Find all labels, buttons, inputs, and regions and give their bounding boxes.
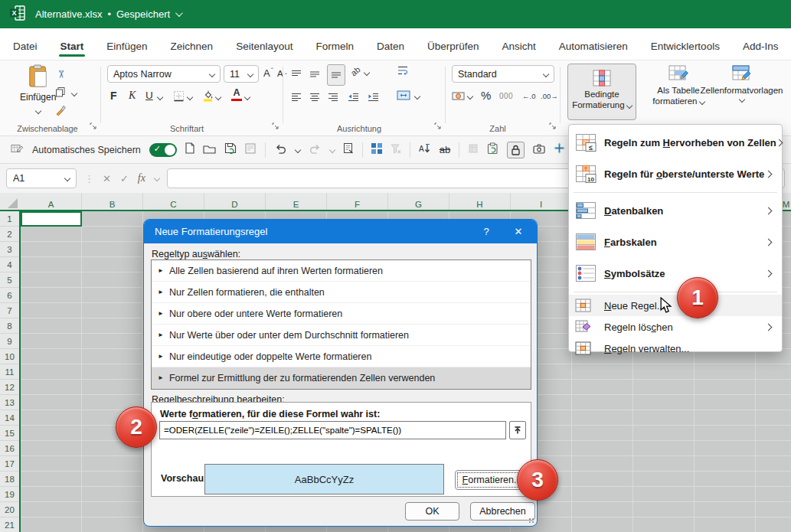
menu-item-farbskalen[interactable]: Farbskalen [569,227,782,258]
menu-item-neue-regel[interactable]: Neue Regel... [569,295,782,316]
menu-item-regeln-für-oberste-unterste-werte[interactable]: 10Regeln für oberste/unterste Werte [569,158,782,190]
enter-entry-icon[interactable]: ✓ [120,173,129,184]
redo-icon[interactable] [309,143,322,157]
accounting-format-icon[interactable] [452,90,465,104]
redo-chevron-icon[interactable] [329,146,335,152]
active-cell-a1[interactable] [21,211,82,227]
tab-automatisieren[interactable]: Automatisieren [547,34,639,60]
orientation-icon[interactable]: ab [349,64,362,77]
wrap-text-icon[interactable] [397,65,409,79]
row-header-12[interactable]: 12 [0,380,19,395]
fx-chevron-icon[interactable] [154,175,160,181]
fill-color-icon[interactable] [202,90,214,105]
align-middle-icon[interactable] [309,68,320,82]
row-header-19[interactable]: 19 [0,487,19,502]
tab-daten[interactable]: Daten [365,34,416,60]
column-header-B[interactable]: B [82,193,143,211]
menu-item-regeln-zum-hervorheben-von-zellen[interactable]: ≤Regeln zum Hervorheben von Zellen [569,127,782,158]
font-size-combo[interactable]: 11 [224,65,259,83]
save-as-icon[interactable] [245,143,257,157]
align-top-icon[interactable] [291,68,302,82]
italic-button[interactable]: K [129,90,136,102]
data-model-icon[interactable] [468,143,479,157]
customize-toolbar-icon[interactable] [11,143,24,157]
column-header-A[interactable]: A [21,193,82,211]
view-grid-icon[interactable] [371,143,382,157]
merge-chevron-icon[interactable] [414,93,420,100]
formula-input[interactable] [159,421,506,439]
rule-type-option-2[interactable]: ►Nur obere oder untere Werte formatieren [152,303,531,325]
font-dialog-launcher-icon[interactable] [272,119,279,132]
menu-item-regeln-löschen[interactable]: Regeln löschen [569,316,782,338]
align-right-icon[interactable] [328,91,338,105]
column-header-D[interactable]: D [204,193,266,211]
align-center-icon[interactable] [309,91,320,105]
row-header-14[interactable]: 14 [0,410,19,426]
dialog-close-button[interactable]: ✕ [503,220,534,243]
increase-decimal-button[interactable]: ←.0 [522,92,535,100]
insert-function-icon[interactable]: fx [138,172,145,184]
refresh-paste-icon[interactable] [487,142,498,157]
save-icon[interactable] [224,142,237,157]
row-header-1[interactable]: 1 [0,211,19,227]
tab-start[interactable]: Start [49,34,96,60]
paste-button[interactable]: Einfügen [20,64,56,116]
autosave-toggle[interactable]: ✓ [149,143,177,157]
decrease-indent-icon[interactable] [348,91,359,105]
copy-icon[interactable] [55,86,65,100]
number-dialog-launcher-icon[interactable] [549,119,556,132]
decrease-decimal-button[interactable]: .00→ [541,92,558,100]
grow-font-button[interactable]: Aˆ [263,67,273,79]
font-color-chevron-icon[interactable] [244,94,250,100]
rule-type-option-5[interactable]: ►Formel zur Ermittlung der zu formatiere… [152,367,531,389]
format-painter-icon[interactable] [55,105,67,119]
align-left-icon[interactable] [291,91,302,105]
dialog-resize-grip[interactable] [528,517,534,524]
clipboard-dialog-launcher-icon[interactable] [90,119,96,132]
menu-item-symbolsätze[interactable]: Symbolsätze [569,258,782,289]
menu-item-regeln-verwalten[interactable]: Regeln verwalten... [569,338,782,359]
rule-type-option-4[interactable]: ►Nur eindeutige oder doppelte Werte form… [152,346,531,367]
undo-icon[interactable] [274,143,287,157]
collapse-dialog-button[interactable] [509,421,526,439]
row-header-8[interactable]: 8 [0,318,19,334]
open-file-icon[interactable] [203,143,216,157]
clear-filter-icon[interactable] [391,143,401,157]
row-header-2[interactable]: 2 [0,227,19,242]
row-header-15[interactable]: 15 [0,426,19,441]
undo-chevron-icon[interactable] [295,146,301,152]
row-header-13[interactable]: 13 [0,395,19,410]
cancel-entry-icon[interactable]: ✕ [103,173,111,184]
row-header-21[interactable]: 21 [0,517,19,532]
comma-style-button[interactable]: 000 [499,92,513,100]
select-all-corner[interactable] [8,198,18,208]
rule-type-option-1[interactable]: ►Nur Zellen formatieren, die enthalten [152,282,531,303]
alignment-dialog-launcher-icon[interactable] [434,119,441,132]
sort-az-icon[interactable]: A [419,143,431,157]
merge-center-icon[interactable] [397,90,410,103]
underline-chevron-icon[interactable] [157,94,163,100]
tab-zeichnen[interactable]: Zeichnen [159,34,225,60]
tab-add-ins[interactable]: Add-Ins [731,34,790,60]
font-name-combo[interactable]: Aptos Narrow [107,65,221,83]
lock-cell-button[interactable] [507,142,525,158]
borders-icon[interactable] [173,90,185,105]
row-header-9[interactable]: 9 [0,334,19,349]
fill-color-chevron-icon[interactable] [215,94,221,100]
tab-einf-gen[interactable]: Einfügen [95,34,159,60]
row-header-11[interactable]: 11 [0,364,19,380]
cell-styles-button[interactable]: Zellenformatvorlagen [692,65,791,102]
percent-style-button[interactable]: % [481,89,491,102]
font-color-button[interactable]: A [231,88,242,101]
row-header-4[interactable]: 4 [0,257,19,273]
dialog-help-button[interactable]: ? [471,220,502,243]
row-header-7[interactable]: 7 [0,303,19,318]
tab-datei[interactable]: Datei [2,34,49,60]
column-header-C[interactable]: C [143,193,204,211]
title-chevron-down-icon[interactable] [175,9,183,17]
row-header-3[interactable]: 3 [0,242,19,257]
column-header-F[interactable]: F [327,193,388,211]
rule-type-option-3[interactable]: ►Nur Werte über oder unter dem Durchschn… [152,325,531,346]
column-header-I[interactable]: I [511,193,572,211]
column-header-E[interactable]: E [266,193,327,211]
